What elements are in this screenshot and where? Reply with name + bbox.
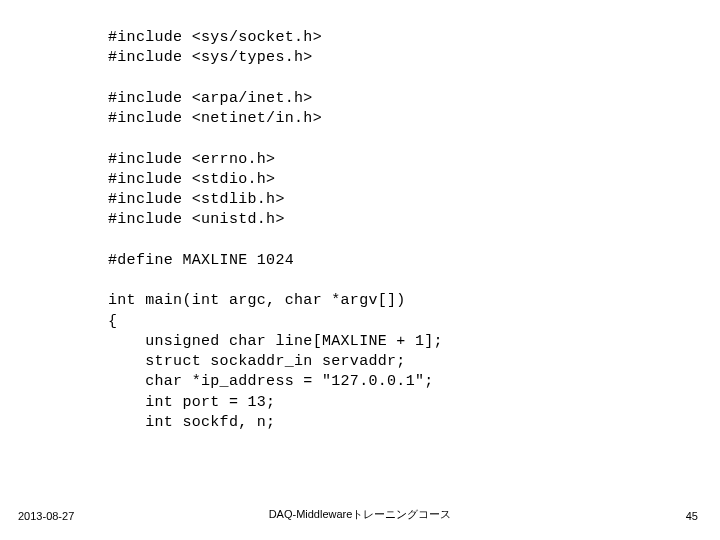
footer-title: DAQ-Middlewareトレーニングコース bbox=[0, 507, 720, 522]
footer: 2013-08-27 DAQ-Middlewareトレーニングコース 45 bbox=[0, 502, 720, 522]
code-block: #include <sys/socket.h> #include <sys/ty… bbox=[108, 28, 720, 433]
slide: #include <sys/socket.h> #include <sys/ty… bbox=[0, 0, 720, 540]
footer-page-number: 45 bbox=[686, 510, 698, 522]
